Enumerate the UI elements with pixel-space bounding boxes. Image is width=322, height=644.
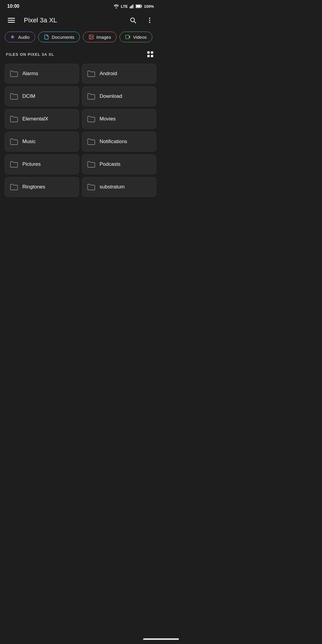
svg-rect-4 (133, 4, 134, 8)
folder-name: DCIM (22, 93, 35, 99)
svg-point-13 (149, 18, 150, 19)
folder-icon (87, 92, 95, 100)
svg-rect-2 (131, 6, 132, 8)
svg-rect-1 (130, 7, 131, 8)
app-bar: Pixel 3a XL (0, 11, 161, 29)
folder-name: ElementalX (22, 116, 48, 122)
folder-name: Notifications (100, 139, 127, 145)
tab-audio-label: Audio (18, 35, 30, 40)
more-button[interactable] (143, 14, 156, 27)
folder-icon (87, 115, 95, 123)
battery-percent: 100% (144, 4, 154, 9)
folder-name: Pictures (22, 161, 41, 167)
videos-icon (125, 34, 131, 40)
folder-name: Music (22, 139, 35, 145)
documents-icon (44, 34, 49, 40)
svg-rect-19 (147, 51, 150, 54)
folder-name: Android (100, 71, 117, 77)
folder-name: Ringtones (22, 184, 45, 190)
folder-name: Download (100, 93, 122, 99)
folder-icon (87, 137, 95, 146)
svg-rect-20 (151, 51, 153, 54)
folder-item-movies[interactable]: Movies (82, 109, 156, 129)
svg-point-17 (90, 36, 91, 36)
folder-item-substratum[interactable]: substratum (82, 177, 156, 197)
folder-item-download[interactable]: Download (82, 86, 156, 106)
svg-rect-18 (126, 35, 129, 39)
images-icon (89, 34, 94, 40)
category-tabs: Audio Documents Images Videos (0, 29, 161, 45)
folder-name: Podcasts (100, 161, 120, 167)
section-header: FILES ON PIXEL 3A XL (0, 45, 161, 61)
folder-icon (87, 69, 95, 78)
folder-item-podcasts[interactable]: Podcasts (82, 154, 156, 174)
svg-rect-21 (147, 55, 150, 57)
tab-documents[interactable]: Documents (38, 32, 80, 42)
more-vertical-icon (146, 17, 153, 24)
svg-rect-6 (141, 6, 142, 7)
folder-item-notifications[interactable]: Notifications (82, 132, 156, 151)
folder-item-ringtones[interactable]: Ringtones (5, 177, 79, 197)
signal-icon (130, 4, 134, 8)
svg-rect-3 (132, 5, 133, 8)
folder-name: Movies (100, 116, 116, 122)
page-title: Pixel 3a XL (24, 16, 123, 24)
tab-audio[interactable]: Audio (5, 32, 35, 42)
folders-grid: Alarms Android DCIM Download ElementalX … (0, 61, 161, 203)
section-title: FILES ON PIXEL 3A XL (6, 52, 54, 57)
svg-point-15 (149, 22, 150, 23)
folder-icon (10, 92, 18, 100)
folder-item-alarms[interactable]: Alarms (5, 64, 79, 83)
wifi-icon (114, 4, 119, 8)
audio-icon (10, 34, 16, 40)
folder-icon (10, 183, 18, 191)
status-bar: 10:00 LTE 100% (0, 0, 161, 11)
svg-point-11 (131, 18, 134, 22)
folder-icon (10, 69, 18, 78)
status-time: 10:00 (7, 4, 19, 9)
menu-icon (8, 17, 15, 24)
folder-icon (10, 160, 18, 168)
svg-rect-9 (8, 20, 15, 21)
folder-item-elementalx[interactable]: ElementalX (5, 109, 79, 129)
search-button[interactable] (126, 14, 140, 27)
svg-rect-8 (8, 18, 15, 19)
battery-icon (136, 4, 142, 8)
folder-item-dcim[interactable]: DCIM (5, 86, 79, 106)
folder-item-android[interactable]: Android (82, 64, 156, 83)
list-view-button[interactable] (145, 49, 155, 59)
folder-icon (87, 160, 95, 168)
svg-point-0 (116, 7, 117, 8)
folder-name: substratum (100, 184, 125, 190)
grid-list-icon (146, 50, 154, 58)
folder-icon (87, 183, 95, 191)
svg-rect-22 (151, 55, 153, 57)
folder-icon (10, 137, 18, 146)
tab-videos[interactable]: Videos (120, 32, 152, 42)
lte-icon: LTE (121, 4, 128, 9)
tab-videos-label: Videos (133, 35, 147, 40)
tab-documents-label: Documents (52, 35, 74, 40)
svg-line-12 (134, 21, 136, 24)
svg-point-14 (149, 20, 150, 21)
folder-item-pictures[interactable]: Pictures (5, 154, 79, 174)
tab-images[interactable]: Images (83, 32, 117, 42)
tab-images-label: Images (96, 35, 111, 40)
menu-button[interactable] (5, 14, 18, 27)
svg-rect-7 (136, 5, 140, 7)
status-icons: LTE 100% (114, 4, 154, 9)
folder-name: Alarms (22, 71, 38, 77)
folder-icon (10, 115, 18, 123)
search-icon (129, 17, 137, 24)
svg-rect-10 (8, 22, 15, 23)
folder-item-music[interactable]: Music (5, 132, 79, 151)
